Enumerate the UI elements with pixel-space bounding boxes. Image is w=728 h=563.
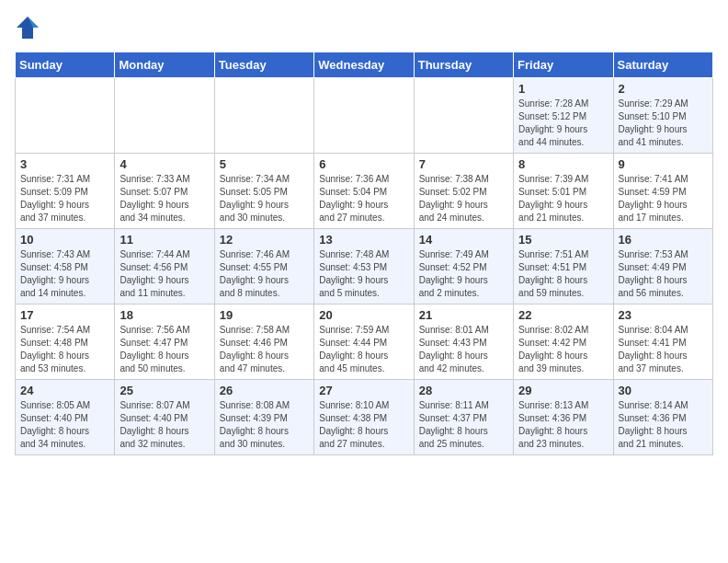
day-info: Sunrise: 7:34 AM Sunset: 5:05 PM Dayligh…: [220, 173, 309, 224]
day-info: Sunrise: 7:41 AM Sunset: 4:59 PM Dayligh…: [619, 173, 708, 224]
weekday-row: SundayMondayTuesdayWednesdayThursdayFrid…: [16, 52, 713, 78]
day-info: Sunrise: 8:04 AM Sunset: 4:41 PM Dayligh…: [619, 324, 708, 375]
day-info: Sunrise: 7:51 AM Sunset: 4:51 PM Dayligh…: [518, 248, 608, 300]
calendar-cell: 9Sunrise: 7:41 AM Sunset: 4:59 PM Daylig…: [613, 154, 712, 229]
calendar-cell: 10Sunrise: 7:43 AM Sunset: 4:58 PM Dayli…: [16, 229, 115, 304]
day-number: 7: [419, 157, 508, 171]
day-number: 2: [619, 82, 708, 96]
calendar-cell: 30Sunrise: 8:14 AM Sunset: 4:36 PM Dayli…: [613, 380, 712, 455]
day-info: Sunrise: 7:39 AM Sunset: 5:01 PM Dayligh…: [518, 173, 608, 224]
calendar-cell: 12Sunrise: 7:46 AM Sunset: 4:55 PM Dayli…: [214, 229, 313, 304]
day-info: Sunrise: 7:54 AM Sunset: 4:48 PM Dayligh…: [20, 324, 109, 375]
day-info: Sunrise: 7:59 AM Sunset: 4:44 PM Dayligh…: [319, 324, 408, 375]
day-number: 16: [619, 233, 708, 247]
calendar-cell: 11Sunrise: 7:44 AM Sunset: 4:56 PM Dayli…: [115, 229, 214, 304]
weekday-header-monday: Monday: [115, 52, 214, 78]
day-number: 18: [119, 308, 209, 322]
day-number: 1: [518, 82, 608, 96]
day-info: Sunrise: 8:10 AM Sunset: 4:38 PM Dayligh…: [319, 399, 408, 451]
calendar-cell: 19Sunrise: 7:58 AM Sunset: 4:46 PM Dayli…: [214, 304, 313, 380]
day-info: Sunrise: 8:14 AM Sunset: 4:36 PM Dayligh…: [619, 399, 708, 451]
day-number: 26: [220, 384, 309, 397]
day-number: 11: [119, 233, 209, 247]
day-info: Sunrise: 8:13 AM Sunset: 4:36 PM Dayligh…: [518, 399, 608, 451]
calendar-cell: 22Sunrise: 8:02 AM Sunset: 4:42 PM Dayli…: [514, 304, 613, 380]
day-number: 12: [220, 233, 309, 247]
calendar-week-4: 17Sunrise: 7:54 AM Sunset: 4:48 PM Dayli…: [16, 304, 713, 380]
day-number: 6: [319, 157, 408, 171]
calendar-cell: 18Sunrise: 7:56 AM Sunset: 4:47 PM Dayli…: [115, 304, 214, 380]
day-info: Sunrise: 7:28 AM Sunset: 5:12 PM Dayligh…: [518, 98, 608, 149]
calendar-cell: [115, 78, 214, 154]
day-number: 17: [20, 308, 109, 322]
day-info: Sunrise: 7:58 AM Sunset: 4:46 PM Dayligh…: [220, 324, 309, 375]
calendar-cell: [314, 78, 414, 154]
calendar-cell: 15Sunrise: 7:51 AM Sunset: 4:51 PM Dayli…: [514, 229, 613, 304]
weekday-header-sunday: Sunday: [16, 52, 115, 78]
calendar: SundayMondayTuesdayWednesdayThursdayFrid…: [15, 52, 713, 455]
weekday-header-tuesday: Tuesday: [214, 52, 313, 78]
day-info: Sunrise: 7:43 AM Sunset: 4:58 PM Dayligh…: [20, 248, 109, 300]
day-number: 28: [419, 384, 508, 397]
day-info: Sunrise: 7:56 AM Sunset: 4:47 PM Dayligh…: [119, 324, 209, 375]
logo: [15, 15, 44, 40]
day-number: 25: [119, 384, 209, 397]
day-number: 13: [319, 233, 408, 247]
day-number: 29: [518, 384, 608, 397]
calendar-cell: 8Sunrise: 7:39 AM Sunset: 5:01 PM Daylig…: [514, 154, 613, 229]
weekday-header-wednesday: Wednesday: [314, 52, 414, 78]
calendar-cell: 17Sunrise: 7:54 AM Sunset: 4:48 PM Dayli…: [16, 304, 115, 380]
day-info: Sunrise: 8:07 AM Sunset: 4:40 PM Dayligh…: [119, 399, 209, 451]
day-number: 3: [20, 157, 109, 171]
calendar-cell: 14Sunrise: 7:49 AM Sunset: 4:52 PM Dayli…: [414, 229, 513, 304]
day-number: 14: [419, 233, 508, 247]
calendar-cell: 5Sunrise: 7:34 AM Sunset: 5:05 PM Daylig…: [214, 154, 313, 229]
day-info: Sunrise: 7:31 AM Sunset: 5:09 PM Dayligh…: [20, 173, 109, 224]
day-info: Sunrise: 7:48 AM Sunset: 4:53 PM Dayligh…: [319, 248, 408, 300]
logo-icon: [15, 15, 40, 40]
day-number: 19: [220, 308, 309, 322]
calendar-cell: 16Sunrise: 7:53 AM Sunset: 4:49 PM Dayli…: [613, 229, 712, 304]
calendar-week-2: 3Sunrise: 7:31 AM Sunset: 5:09 PM Daylig…: [16, 154, 713, 229]
calendar-week-3: 10Sunrise: 7:43 AM Sunset: 4:58 PM Dayli…: [16, 229, 713, 304]
day-number: 9: [619, 157, 708, 171]
day-info: Sunrise: 7:44 AM Sunset: 4:56 PM Dayligh…: [119, 248, 209, 300]
day-number: 24: [20, 384, 109, 397]
calendar-cell: 1Sunrise: 7:28 AM Sunset: 5:12 PM Daylig…: [514, 78, 613, 154]
day-info: Sunrise: 7:36 AM Sunset: 5:04 PM Dayligh…: [319, 173, 408, 224]
day-number: 15: [518, 233, 608, 247]
weekday-header-saturday: Saturday: [613, 52, 712, 78]
calendar-cell: 6Sunrise: 7:36 AM Sunset: 5:04 PM Daylig…: [314, 154, 414, 229]
calendar-cell: 26Sunrise: 8:08 AM Sunset: 4:39 PM Dayli…: [214, 380, 313, 455]
day-info: Sunrise: 7:33 AM Sunset: 5:07 PM Dayligh…: [119, 173, 209, 224]
day-number: 21: [419, 308, 508, 322]
calendar-cell: 24Sunrise: 8:05 AM Sunset: 4:40 PM Dayli…: [16, 380, 115, 455]
day-number: 23: [619, 308, 708, 322]
day-number: 30: [619, 384, 708, 397]
day-info: Sunrise: 8:02 AM Sunset: 4:42 PM Dayligh…: [518, 324, 608, 375]
weekday-header-thursday: Thursday: [414, 52, 513, 78]
calendar-cell: 20Sunrise: 7:59 AM Sunset: 4:44 PM Dayli…: [314, 304, 414, 380]
day-info: Sunrise: 8:08 AM Sunset: 4:39 PM Dayligh…: [220, 399, 309, 451]
day-info: Sunrise: 7:53 AM Sunset: 4:49 PM Dayligh…: [619, 248, 708, 300]
calendar-cell: [414, 78, 513, 154]
day-info: Sunrise: 8:05 AM Sunset: 4:40 PM Dayligh…: [20, 399, 109, 451]
header: [15, 15, 713, 40]
day-info: Sunrise: 8:01 AM Sunset: 4:43 PM Dayligh…: [419, 324, 508, 375]
calendar-cell: 13Sunrise: 7:48 AM Sunset: 4:53 PM Dayli…: [314, 229, 414, 304]
day-info: Sunrise: 7:29 AM Sunset: 5:10 PM Dayligh…: [619, 98, 708, 149]
day-number: 20: [319, 308, 408, 322]
calendar-cell: 21Sunrise: 8:01 AM Sunset: 4:43 PM Dayli…: [414, 304, 513, 380]
calendar-cell: 3Sunrise: 7:31 AM Sunset: 5:09 PM Daylig…: [16, 154, 115, 229]
calendar-cell: 2Sunrise: 7:29 AM Sunset: 5:10 PM Daylig…: [613, 78, 712, 154]
calendar-cell: 7Sunrise: 7:38 AM Sunset: 5:02 PM Daylig…: [414, 154, 513, 229]
calendar-cell: [16, 78, 115, 154]
day-info: Sunrise: 8:11 AM Sunset: 4:37 PM Dayligh…: [419, 399, 508, 451]
calendar-cell: 23Sunrise: 8:04 AM Sunset: 4:41 PM Dayli…: [613, 304, 712, 380]
day-number: 27: [319, 384, 408, 397]
day-info: Sunrise: 7:38 AM Sunset: 5:02 PM Dayligh…: [419, 173, 508, 224]
calendar-cell: 28Sunrise: 8:11 AM Sunset: 4:37 PM Dayli…: [414, 380, 513, 455]
calendar-cell: 25Sunrise: 8:07 AM Sunset: 4:40 PM Dayli…: [115, 380, 214, 455]
calendar-week-1: 1Sunrise: 7:28 AM Sunset: 5:12 PM Daylig…: [16, 78, 713, 154]
calendar-cell: 4Sunrise: 7:33 AM Sunset: 5:07 PM Daylig…: [115, 154, 214, 229]
